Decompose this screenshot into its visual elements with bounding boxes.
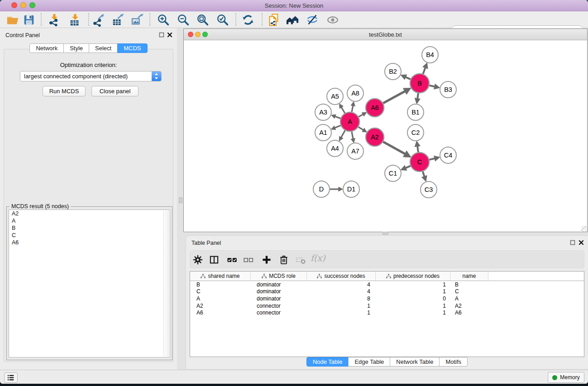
app-title: Session: New Session	[0, 2, 588, 9]
tab-motifs[interactable]: Motifs	[439, 357, 468, 367]
show-panel-icon[interactable]	[325, 13, 340, 27]
table-cell: A2	[450, 303, 488, 309]
vertical-split-handle[interactable]	[179, 197, 182, 203]
result-list-item[interactable]: A	[9, 217, 170, 224]
memory-button[interactable]: Memory	[548, 372, 584, 383]
graph-node-label: C	[417, 158, 422, 166]
graph-edge-A-A5[interactable]	[341, 107, 345, 113]
table-settings-icon[interactable]	[191, 253, 204, 266]
table-panel: Table Panel f(x)	[186, 235, 588, 369]
graph-edge-C-C2[interactable]	[417, 146, 418, 152]
graph-edge-B-B3[interactable]	[429, 86, 435, 87]
result-list-item[interactable]: A6	[9, 239, 170, 246]
result-list-item[interactable]: C	[9, 232, 170, 239]
graph-edge-A-A2[interactable]	[359, 127, 363, 130]
tab-style[interactable]: Style	[63, 43, 89, 53]
close-panel-button[interactable]: Close panel	[91, 86, 139, 96]
column-header-MCDS-role[interactable]: MCDS role	[251, 272, 307, 281]
export-table-icon[interactable]	[111, 13, 125, 27]
graph-edge-C-C4[interactable]	[429, 158, 435, 160]
graph-edge-A-A8[interactable]	[352, 105, 353, 112]
refresh-layout-icon[interactable]	[241, 13, 255, 27]
graph-edge-A-A7[interactable]	[352, 132, 353, 139]
graph-node-label: B2	[389, 68, 397, 75]
graph-node-label: B	[417, 80, 422, 87]
zoom-in-icon[interactable]	[156, 13, 171, 27]
table-cell: 1	[376, 288, 450, 295]
tab-node-table[interactable]: Node Table	[306, 357, 349, 367]
import-table-icon[interactable]	[68, 13, 82, 27]
task-history-button[interactable]	[4, 372, 18, 383]
tab-select[interactable]: Select	[89, 43, 118, 53]
unselect-all-columns-icon[interactable]	[242, 253, 255, 266]
hide-panel-icon[interactable]	[305, 13, 320, 27]
tab-mcds[interactable]: MCDS	[117, 43, 147, 53]
table-row[interactable]: Cdominator41C	[190, 288, 584, 295]
graph-node-label: A8	[351, 90, 359, 97]
column-header-shared-name[interactable]: shared name	[190, 272, 251, 281]
graph-edge-A-A3[interactable]	[335, 116, 340, 118]
close-panel-icon[interactable]	[578, 240, 584, 245]
float-panel-icon[interactable]	[159, 32, 164, 38]
network-canvas[interactable]: AA1A2A3A4A5A6A7A8BB1B2B3B4CC1C2C3C4DD1	[184, 40, 587, 232]
graph-edge-B-B1[interactable]	[417, 93, 418, 99]
run-mcds-button[interactable]: Run MCDS	[43, 86, 86, 96]
graph-edge-A-A1[interactable]	[335, 125, 341, 128]
result-list-item[interactable]: A2	[9, 210, 170, 217]
delete-columns-icon[interactable]	[277, 253, 290, 266]
zoom-selected-icon[interactable]	[215, 13, 230, 27]
select-all-columns-icon[interactable]	[226, 253, 239, 266]
column-header-successor-nodes[interactable]: successor nodes	[307, 272, 376, 281]
float-panel-icon[interactable]	[570, 240, 575, 245]
optimization-criterion-select[interactable]: largest connected component (directed)	[20, 71, 162, 81]
clone-network-icon[interactable]	[267, 13, 281, 27]
show-columns-icon[interactable]	[208, 253, 220, 266]
table-cell: A2	[190, 303, 251, 309]
save-session-icon[interactable]	[22, 13, 36, 27]
function-builder-button[interactable]: f(x)	[311, 253, 325, 263]
table-panel-title: Table Panel	[191, 240, 221, 246]
add-column-icon[interactable]	[260, 253, 273, 266]
column-header-name[interactable]: name	[450, 272, 488, 281]
result-list-item[interactable]: B	[9, 224, 170, 232]
horizontal-split-handle[interactable]	[382, 232, 388, 235]
graph-edge-A6-B[interactable]	[383, 91, 405, 103]
resize-corner[interactable]	[581, 226, 587, 232]
export-network-icon[interactable]	[91, 13, 106, 27]
toolbar-separator	[88, 13, 89, 26]
graph-edge-C-C3[interactable]	[423, 172, 425, 177]
graph-node-label: C4	[444, 152, 453, 159]
column-header-predecessor-nodes[interactable]: predecessor nodes	[376, 272, 450, 281]
table-row[interactable]: Bdominator41B	[190, 281, 584, 288]
graph-edge-A-A6[interactable]	[359, 114, 363, 117]
import-network-icon[interactable]	[47, 13, 62, 27]
zoom-out-icon[interactable]	[176, 13, 191, 27]
table-row[interactable]: A6connector11A6	[190, 309, 584, 316]
delete-table-icon[interactable]	[294, 253, 307, 266]
table-cell: 4	[307, 281, 376, 288]
first-neighbors-icon[interactable]	[286, 13, 300, 27]
tab-network[interactable]: Network	[29, 43, 64, 53]
graph-node-label: A3	[319, 109, 327, 116]
table-row[interactable]: A2connector11A2	[190, 302, 584, 310]
graph-edge-B-B2[interactable]	[405, 77, 410, 79]
table-cell: C	[190, 288, 251, 295]
control-panel-tabs: NetworkStyleSelectMCDS	[0, 43, 177, 53]
graph-edge-A2-C[interactable]	[383, 142, 405, 154]
table-toolbar: f(x)	[190, 250, 584, 268]
graph-edge-B-B4[interactable]	[423, 67, 425, 74]
zoom-fit-icon[interactable]	[196, 13, 210, 27]
table-row[interactable]: Adominator80A	[190, 295, 584, 302]
graph-edge-C-C1[interactable]	[406, 166, 411, 168]
tab-network-table[interactable]: Network Table	[390, 357, 440, 367]
criterion-value: largest connected component (directed)	[24, 73, 128, 80]
toolbar-separator	[235, 13, 236, 26]
table-cell: B	[450, 281, 488, 288]
open-session-icon[interactable]	[5, 13, 20, 27]
export-image-icon[interactable]	[130, 13, 145, 27]
tab-edge-table[interactable]: Edge Table	[348, 357, 390, 367]
graph-edge-A-A4[interactable]	[341, 130, 345, 138]
control-panel-title: Control Panel	[5, 32, 40, 38]
list-scrollbar[interactable]	[163, 210, 169, 357]
close-panel-icon[interactable]	[167, 32, 172, 38]
